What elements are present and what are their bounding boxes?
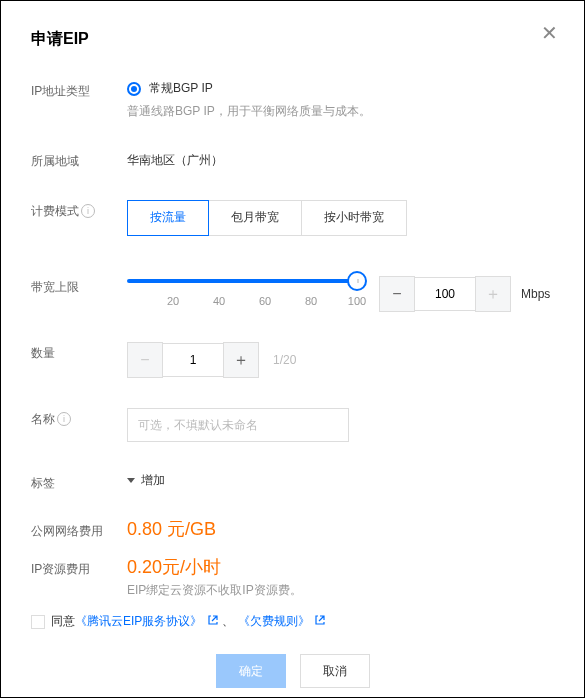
bandwidth-decrement[interactable]: − bbox=[379, 276, 415, 312]
tags-label: 标签 bbox=[31, 472, 127, 492]
net-fee-value: 0.80 元/GB bbox=[127, 519, 216, 539]
billing-opt-traffic[interactable]: 按流量 bbox=[127, 200, 209, 236]
billing-label: 计费模式 i bbox=[31, 200, 127, 220]
region-value: 华南地区（广州） bbox=[127, 150, 554, 169]
net-fee-label: 公网网络费用 bbox=[31, 518, 127, 540]
agree-sep: 、 bbox=[222, 613, 234, 630]
agree-text: 同意 bbox=[51, 613, 75, 630]
quantity-increment[interactable]: ＋ bbox=[223, 342, 259, 378]
billing-opt-monthly[interactable]: 包月带宽 bbox=[208, 200, 302, 236]
dialog-title: 申请EIP bbox=[31, 29, 554, 50]
slider-thumb-icon[interactable] bbox=[347, 271, 367, 291]
quantity-decrement[interactable]: − bbox=[127, 342, 163, 378]
name-input[interactable] bbox=[127, 408, 349, 442]
billing-mode-segment: 按流量 包月带宽 按小时带宽 bbox=[127, 200, 554, 236]
bandwidth-increment[interactable]: ＋ bbox=[475, 276, 511, 312]
res-fee-label: IP资源费用 bbox=[31, 556, 127, 578]
external-link-icon bbox=[315, 615, 325, 625]
name-label: 名称 i bbox=[31, 408, 127, 428]
quantity-hint: 1/20 bbox=[273, 353, 296, 367]
ip-type-desc: 普通线路BGP IP，用于平衡网络质量与成本。 bbox=[127, 103, 554, 120]
quantity-label: 数量 bbox=[31, 342, 127, 362]
cancel-button[interactable]: 取消 bbox=[300, 654, 370, 688]
bandwidth-ticks: 20 40 60 80 100 bbox=[127, 295, 357, 309]
bandwidth-input[interactable] bbox=[415, 277, 475, 311]
info-icon[interactable]: i bbox=[57, 412, 71, 426]
bandwidth-label: 带宽上限 bbox=[31, 276, 127, 296]
region-label: 所属地域 bbox=[31, 150, 127, 170]
tags-add-button[interactable]: 增加 bbox=[127, 472, 554, 489]
ip-type-option-label: 常规BGP IP bbox=[149, 80, 213, 97]
ip-type-label: IP地址类型 bbox=[31, 80, 127, 100]
apply-eip-dialog: 申请EIP ✕ IP地址类型 常规BGP IP 普通线路BGP IP，用于平衡网… bbox=[1, 1, 584, 697]
agree-checkbox[interactable] bbox=[31, 615, 45, 629]
ip-type-option[interactable]: 常规BGP IP bbox=[127, 80, 554, 97]
external-link-icon bbox=[208, 615, 218, 625]
bandwidth-slider[interactable] bbox=[127, 279, 357, 283]
agree-link-service[interactable]: 《腾讯云EIP服务协议》 bbox=[75, 613, 218, 630]
chevron-down-icon bbox=[127, 478, 135, 483]
billing-opt-hourly[interactable]: 按小时带宽 bbox=[301, 200, 407, 236]
ok-button[interactable]: 确定 bbox=[216, 654, 286, 688]
close-icon[interactable]: ✕ bbox=[541, 23, 558, 43]
res-fee-value: 0.20元/小时 bbox=[127, 557, 221, 577]
radio-checked-icon bbox=[127, 82, 141, 96]
agree-link-arrears[interactable]: 《欠费规则》 bbox=[238, 613, 325, 630]
res-fee-note: EIP绑定云资源不收取IP资源费。 bbox=[127, 582, 554, 599]
quantity-input[interactable] bbox=[163, 343, 223, 377]
bandwidth-unit: Mbps bbox=[521, 287, 550, 301]
info-icon[interactable]: i bbox=[81, 204, 95, 218]
